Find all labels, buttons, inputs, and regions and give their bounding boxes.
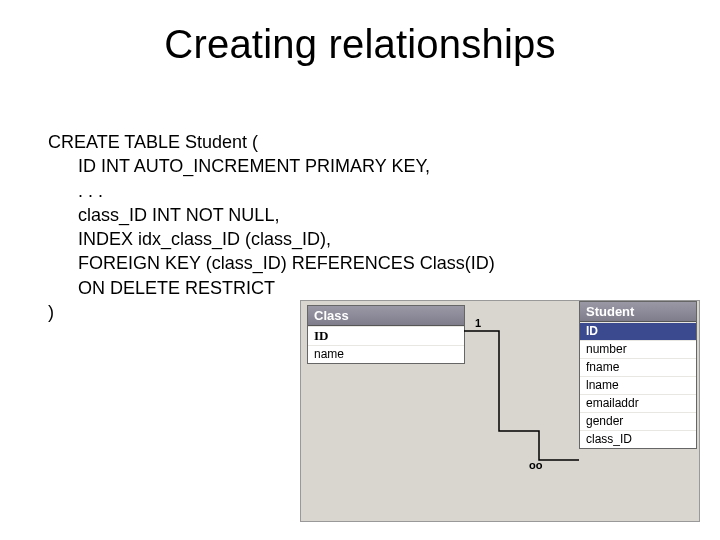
entity-class: Class ID name <box>307 305 465 364</box>
entity-student-header: Student <box>580 302 696 322</box>
entity-student-field-emailaddr: emailaddr <box>580 394 696 412</box>
entity-class-field-id: ID <box>308 326 464 345</box>
entity-student-field-classid: class_ID <box>580 430 696 448</box>
er-diagram: Class ID name Student ID number fname ln… <box>300 300 700 522</box>
entity-student-field-lname: lname <box>580 376 696 394</box>
entity-student-field-number: number <box>580 340 696 358</box>
entity-class-header: Class <box>308 306 464 326</box>
cardinality-many: oo <box>529 459 542 471</box>
entity-student-field-fname: fname <box>580 358 696 376</box>
sql-code-block: CREATE TABLE Student ( ID INT AUTO_INCRE… <box>48 130 668 324</box>
cardinality-one: 1 <box>475 317 481 329</box>
entity-student-field-id: ID <box>580 322 696 340</box>
slide-title: Creating relationships <box>0 22 720 67</box>
slide: Creating relationships CREATE TABLE Stud… <box>0 0 720 540</box>
entity-student: Student ID number fname lname emailaddr … <box>579 301 697 449</box>
entity-class-body: ID name <box>308 326 464 363</box>
entity-class-field-name: name <box>308 345 464 363</box>
entity-student-body: ID number fname lname emailaddr gender c… <box>580 322 696 448</box>
entity-student-field-gender: gender <box>580 412 696 430</box>
